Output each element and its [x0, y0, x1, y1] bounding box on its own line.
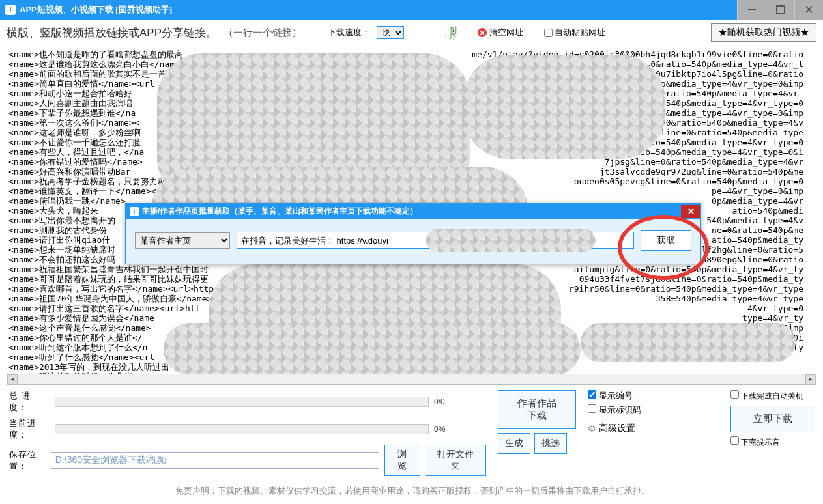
generate-button[interactable]: 生成 [498, 433, 530, 454]
app-icon: i [5, 5, 16, 15]
sort-label: 倒序 [450, 26, 457, 39]
open-folder-button[interactable]: 打开文件夹 [426, 445, 486, 476]
gear-icon: ⚙ [588, 423, 596, 434]
toolbar: 横版、竖版视频播放链接或APP分享链接。 （一行一个链接） 下载速度： 快 ↓ … [0, 20, 823, 46]
batch-fetch-dialog: i 主播/作者作品页批量获取（某手、某音、某山和某民作者主页下载功能不稳定） ✕… [125, 203, 701, 264]
total-progress-label: 总 进 度： [9, 390, 50, 413]
toolbar-hint-sub: （一行一个链接） [224, 27, 302, 39]
show-code-checkbox[interactable]: 显示标识码 [588, 404, 641, 416]
clear-urls-button[interactable]: ✕ 清空网址 [478, 27, 523, 38]
download-now-button[interactable]: 立即下载 [730, 406, 815, 432]
toolbar-hint: 横版、竖版视频播放链接或APP分享链接。 [7, 25, 217, 40]
current-progress-value: 0% [434, 425, 456, 434]
autopaste-label: 自动粘贴网址 [555, 27, 605, 38]
sort-button[interactable]: ↓ 倒序 [443, 26, 457, 39]
author-download-button[interactable]: 作者作品下载 [498, 390, 576, 429]
minimize-button[interactable] [737, 0, 766, 20]
disclaimer-text: 免责声明：下载的视频、素材仅供学习交流，若使用商业用途，请购买正版授权，否则产生… [9, 485, 815, 497]
finish-sound-checkbox[interactable]: 下完提示音 [730, 436, 815, 448]
total-progress-bar [55, 397, 429, 407]
show-number-checkbox[interactable]: 显示编号 [588, 390, 641, 402]
current-progress-label: 当前进度： [9, 417, 50, 441]
browse-button[interactable]: 浏览 [384, 445, 420, 476]
window-title: APP短视频、小视频下载 [固乔视频助手] [20, 4, 172, 16]
fetch-button[interactable]: 获取 [641, 230, 691, 251]
autopaste-input[interactable] [544, 29, 553, 37]
auto-shutdown-checkbox[interactable]: 下载完成自动关机 [730, 390, 815, 402]
speed-select[interactable]: 快 [377, 26, 404, 39]
arrow-down-icon: ↓ [443, 27, 448, 38]
maximize-button[interactable] [766, 0, 794, 20]
dialog-title: 主播/作者作品页批量获取（某手、某音、某山和某民作者主页下载功能不稳定） [142, 206, 418, 217]
speed-label: 下载速度： [328, 27, 370, 38]
dialog-icon: i [130, 207, 139, 216]
bottom-panel: 总 进 度： 0/0 当前进度： 0% 保存位置： D:\360安全浏览器下载\… [0, 386, 823, 497]
save-path-input[interactable]: D:\360安全浏览器下载\视频 [51, 452, 379, 469]
close-button[interactable]: ✕ [794, 0, 823, 20]
titlebar: i APP短视频、小视频下载 [固乔视频助手] ✕ [0, 0, 823, 20]
advanced-settings-link[interactable]: ⚙ 高级设置 [588, 423, 641, 434]
clear-label: 清空网址 [489, 27, 523, 38]
scroll-left-icon[interactable]: ◀ [7, 374, 18, 384]
autopaste-checkbox[interactable]: 自动粘贴网址 [544, 27, 605, 38]
source-select[interactable]: 某音作者主页 [135, 232, 230, 249]
horizontal-scrollbar[interactable]: ◀ ▶ [7, 374, 816, 384]
author-url-input[interactable]: 在抖音，记录美好生活！ https://v.douyi [237, 232, 634, 249]
total-progress-value: 0/0 [434, 397, 456, 406]
dialog-close-button[interactable]: ✕ [681, 205, 700, 218]
dialog-titlebar: i 主播/作者作品页批量获取（某手、某音、某山和某民作者主页下载功能不稳定） ✕ [126, 203, 700, 219]
scroll-right-icon[interactable]: ▶ [805, 374, 816, 384]
clear-icon: ✕ [478, 28, 487, 37]
pick-button[interactable]: 挑选 [534, 433, 567, 454]
random-hot-button[interactable]: ★随机获取热门视频★ [711, 23, 816, 42]
save-path-label: 保存位置： [9, 449, 46, 472]
current-progress-bar [55, 424, 429, 434]
